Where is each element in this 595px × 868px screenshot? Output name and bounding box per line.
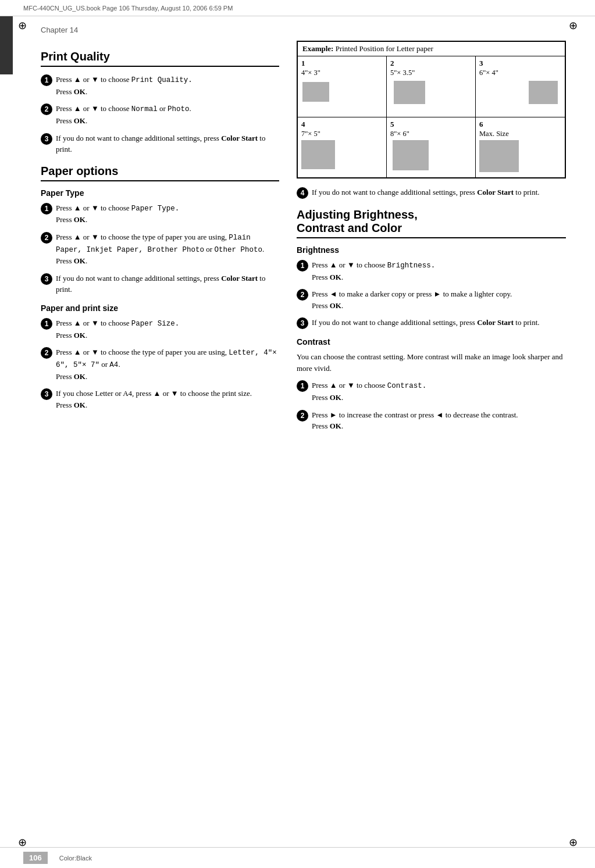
step-3-text: If you do not want to change additional …: [56, 133, 279, 155]
paper-preview-3: [479, 80, 561, 115]
contrast-subtitle: Contrast: [297, 337, 566, 347]
pt-step-num-1: 1: [41, 203, 52, 215]
paper-page-4: [301, 140, 335, 169]
right-column: Example: Printed Position for Letter pap…: [291, 41, 566, 833]
brightness-subsection: Brightness 1 Press ▲ or ▼ to choose Brig…: [297, 245, 566, 329]
cell-1-number: 1: [301, 59, 305, 67]
grid-cell-6: 6 Max. Size: [476, 117, 565, 178]
paper-preview-2: [390, 80, 472, 115]
footer-bar: 106 Color:Black: [0, 847, 595, 868]
paper-page-1: [302, 82, 329, 102]
paper-size-step-2: 2 Press ▲ or ▼ to choose the type of pap…: [41, 347, 279, 382]
pt-step-num-2: 2: [41, 232, 52, 244]
step-number-1: 1: [41, 74, 52, 86]
print-quality-step-3: 3 If you do not want to change additiona…: [41, 133, 279, 155]
grid-cell-2: 2 5"× 3.5": [387, 56, 476, 117]
br-step-1-text: Press ▲ or ▼ to choose Brightness.Press …: [312, 259, 566, 283]
step-number-3: 3: [41, 133, 52, 145]
brightness-subtitle: Brightness: [297, 245, 566, 255]
br-step-num-2: 2: [297, 289, 308, 301]
print-quality-step-1: 1 Press ▲ or ▼ to choose Print Quality.P…: [41, 74, 279, 97]
page-number: 106: [23, 852, 48, 864]
adjusting-divider: [297, 237, 566, 238]
con-step-num-1: 1: [297, 380, 308, 392]
cell-2-number: 2: [390, 59, 394, 67]
paper-type-step-2: 2 Press ▲ or ▼ to choose the type of pap…: [41, 231, 279, 267]
left-column: Print Quality 1 Press ▲ or ▼ to choose P…: [41, 41, 291, 833]
pt-step-3-text: If you do not want to change additional …: [56, 273, 279, 295]
brightness-step-2: 2 Press ◄ to make a darker copy or press…: [297, 288, 566, 311]
br-step-2-text: Press ◄ to make a darker copy or press ►…: [312, 288, 566, 311]
paper-size-subsection: Paper and print size 1 Press ▲ or ▼ to c…: [41, 303, 279, 410]
grid-cell-4: 4 7"× 5": [298, 117, 387, 178]
paper-size-subtitle: Paper and print size: [41, 303, 279, 313]
br-step-3-text: If you do not want to change additional …: [312, 317, 566, 328]
right-step-4: 4 If you do not want to change additiona…: [297, 187, 566, 199]
right-step-4-text: If you do not want to change additional …: [312, 187, 566, 198]
example-label-text: Printed Position for Letter paper: [336, 44, 433, 53]
footer-color-label: Color:Black: [59, 855, 92, 862]
ps-step-3-text: If you chose Letter or A4, press ▲ or ▼ …: [56, 388, 279, 410]
paper-type-subsection: Paper Type 1 Press ▲ or ▼ to choose Pape…: [41, 188, 279, 295]
example-bold-label: Example:: [302, 44, 333, 53]
paper-preview-4: [301, 140, 383, 175]
grid-cell-1: 1 4"× 3": [298, 56, 387, 117]
cell-3-label: 6"× 4": [479, 69, 498, 77]
chapter-label: Chapter 14: [41, 26, 78, 34]
ps-step-num-1: 1: [41, 318, 52, 330]
right-step-num-4: 4: [297, 187, 308, 199]
paper-options-section: Paper options Paper Type 1 Press ▲ or ▼ …: [41, 165, 279, 411]
example-grid: 1 4"× 3" 2 5"× 3.5" 3: [298, 56, 565, 177]
cell-5-label: 8"× 6": [390, 130, 409, 138]
paper-preview-6: [479, 140, 561, 175]
adjusting-section: Adjusting Brightness,Contrast and Color …: [297, 208, 566, 432]
header-bar: MFC-440CN_UG_US.book Page 106 Thursday, …: [0, 0, 595, 16]
contrast-step-2: 2 Press ► to increase the contrast or pr…: [297, 409, 566, 432]
example-header: Example: Printed Position for Letter pap…: [298, 42, 565, 56]
print-quality-step-2: 2 Press ▲ or ▼ to choose Normal or Photo…: [41, 103, 279, 126]
paper-size-step-1: 1 Press ▲ or ▼ to choose Paper Size.Pres…: [41, 317, 279, 341]
cell-4-label: 7"× 5": [301, 130, 320, 138]
paper-type-subtitle: Paper Type: [41, 188, 279, 198]
contrast-step-1: 1 Press ▲ or ▼ to choose Contrast.Press …: [297, 380, 566, 403]
con-step-1-text: Press ▲ or ▼ to choose Contrast.Press OK…: [312, 380, 566, 403]
contrast-subsection: Contrast You can choose the contrast set…: [297, 337, 566, 431]
adjusting-title: Adjusting Brightness,Contrast and Color: [297, 208, 566, 235]
print-quality-section: Print Quality 1 Press ▲ or ▼ to choose P…: [41, 50, 279, 155]
paper-page-5: [393, 140, 429, 170]
grid-cell-5: 5 8"× 6": [387, 117, 476, 178]
reg-mark-tl: ⊕: [15, 19, 29, 33]
con-step-num-2: 2: [297, 410, 308, 422]
cell-3-number: 3: [479, 59, 483, 67]
paper-preview-5: [390, 140, 472, 175]
con-step-2-text: Press ► to increase the contrast or pres…: [312, 409, 566, 432]
step-1-text: Press ▲ or ▼ to choose Print Quality.Pre…: [56, 74, 279, 97]
content-area: Print Quality 1 Press ▲ or ▼ to choose P…: [41, 41, 566, 833]
paper-page-2: [394, 81, 425, 104]
paper-page-3: [529, 81, 558, 104]
pt-step-2-text: Press ▲ or ▼ to choose the type of paper…: [56, 231, 279, 267]
cell-2-label: 5"× 3.5": [390, 69, 415, 77]
grid-cell-3: 3 6"× 4": [476, 56, 565, 117]
paper-type-step-3: 3 If you do not want to change additiona…: [41, 273, 279, 295]
pt-step-1-text: Press ▲ or ▼ to choose Paper Type.Press …: [56, 202, 279, 226]
step-2-text: Press ▲ or ▼ to choose Normal or Photo.P…: [56, 103, 279, 126]
paper-type-step-1: 1 Press ▲ or ▼ to choose Paper Type.Pres…: [41, 202, 279, 226]
contrast-intro: You can choose the contrast setting. Mor…: [297, 351, 566, 374]
example-box: Example: Printed Position for Letter pap…: [297, 41, 566, 178]
paper-size-step-3: 3 If you chose Letter or A4, press ▲ or …: [41, 388, 279, 410]
step-number-2: 2: [41, 103, 52, 115]
paper-page-6: [479, 140, 519, 172]
ps-step-num-3: 3: [41, 388, 52, 400]
ps-step-2-text: Press ▲ or ▼ to choose the type of paper…: [56, 347, 279, 382]
print-quality-title: Print Quality: [41, 50, 279, 63]
paper-options-divider: [41, 180, 279, 181]
cell-4-number: 4: [301, 120, 305, 128]
reg-mark-tr: ⊕: [566, 19, 580, 33]
header-file-info: MFC-440CN_UG_US.book Page 106 Thursday, …: [23, 5, 233, 12]
paper-options-title: Paper options: [41, 165, 279, 178]
br-step-num-3: 3: [297, 317, 308, 329]
pt-step-num-3: 3: [41, 273, 52, 285]
brightness-step-1: 1 Press ▲ or ▼ to choose Brightness.Pres…: [297, 259, 566, 283]
br-step-num-1: 1: [297, 260, 308, 272]
